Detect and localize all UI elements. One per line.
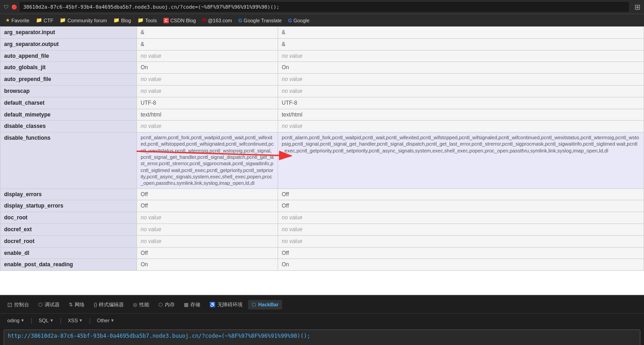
table-row: default_mimetypetext/htmltext/html: [0, 109, 644, 121]
table-local-value: Off: [137, 200, 278, 212]
sql-label: SQL: [39, 318, 49, 323]
url-input-container: http://38610d2a-87c6-45bf-93b4-0a4695dba…: [0, 327, 644, 345]
table-local-value: no value: [137, 212, 278, 224]
bookmark-label: Tools: [145, 18, 157, 23]
table-key: enable_dl: [0, 247, 137, 259]
devtool-debugger[interactable]: ⬡ 调试器: [35, 299, 63, 310]
table-row: display_errorsOffOff: [0, 188, 644, 200]
grid-icon[interactable]: ⊞: [634, 3, 640, 11]
table-row: docref_rootno valueno value: [0, 235, 644, 247]
storage-icon: ▦: [184, 302, 188, 308]
bookmark-tools[interactable]: 📁 Tools: [135, 16, 160, 25]
table-local-value: no value: [137, 50, 278, 62]
table-key: browscap: [0, 85, 137, 97]
table-master-value: On: [278, 62, 644, 74]
separator-2: |: [60, 317, 61, 324]
bookmarks-bar: ★ Favorite 📁 CTF 📁 Community forum 📁 Blo…: [0, 14, 644, 26]
devtool-console[interactable]: ⊡ 控制台: [4, 299, 33, 310]
csdn-icon: C: [163, 18, 169, 23]
other-dropdown-icon: ▼: [111, 318, 115, 323]
table-master-value: text/html: [278, 109, 644, 121]
favicon: 🔴: [11, 5, 17, 10]
table-local-value: Off: [137, 247, 278, 259]
table-local-value: On: [137, 62, 278, 74]
table-key: arg_separator.input: [0, 27, 137, 39]
bookmark-google[interactable]: G Google: [285, 16, 312, 25]
table-master-value: &: [278, 27, 644, 39]
bookmark-blog[interactable]: 📁 Blog: [111, 16, 134, 25]
table-master-value: pcntl_alarm,pcntl_fork,pcntl_waitpid,pcn…: [278, 132, 644, 188]
table-row: disable_classesno valueno value: [0, 121, 644, 132]
hackbar-other-btn[interactable]: Other ▼: [93, 316, 118, 325]
devtool-memory[interactable]: ⬡ 内存: [155, 299, 178, 310]
bookmark-label: Favorite: [11, 18, 30, 23]
address-text: 38610d2a-87c6-45bf-93b4-0a4695dba5b7.nod…: [23, 4, 279, 10]
table-key: docref_ext: [0, 223, 137, 235]
hackbar-coding-btn[interactable]: oding ▼: [4, 316, 28, 325]
bookmark-community[interactable]: 📁 Community forum: [57, 16, 110, 25]
phpinfo-table: arg_separator.input&&arg_separator.outpu…: [0, 26, 644, 271]
table-local-value: text/html: [137, 109, 278, 121]
table-wrapper: arg_separator.input&&arg_separator.outpu…: [0, 26, 644, 271]
bookmark-google-translate[interactable]: G Google Translate: [236, 16, 284, 25]
table-local-value: no value: [137, 121, 278, 132]
table-local-value: no value: [137, 223, 278, 235]
table-row: display_startup_errorsOffOff: [0, 200, 644, 212]
table-row: auto_prepend_fileno valueno value: [0, 74, 644, 86]
bookmark-label: Google Translate: [243, 18, 282, 23]
bookmark-163[interactable]: ✉ @163.com: [199, 16, 234, 25]
devtool-storage[interactable]: ▦ 存储: [180, 299, 204, 310]
devtool-accessibility[interactable]: ♿ 无障碍环境: [206, 299, 246, 310]
devtool-style-editor[interactable]: {} 样式编辑器: [90, 299, 127, 310]
bookmark-csdn[interactable]: C CSDN Blog: [161, 16, 199, 25]
accessibility-label: 无障碍环境: [218, 301, 243, 308]
table-local-value: pcntl_alarm,pcntl_fork,pcntl_waitpid,pcn…: [137, 132, 278, 188]
table-local-value: &: [137, 38, 278, 50]
bookmark-ctf[interactable]: 📁 CTF: [33, 16, 56, 25]
bookmark-label: Blog: [121, 18, 131, 23]
storage-label: 存储: [190, 301, 200, 308]
bookmark-label: CTF: [44, 18, 53, 23]
table-master-value: no value: [278, 74, 644, 86]
url-input-box[interactable]: http://38610d2a-87c6-45bf-93b4-0a4695dba…: [4, 330, 640, 345]
coding-dropdown-icon: ▼: [20, 318, 25, 323]
folder-icon: 📁: [113, 17, 120, 23]
table-row: doc_rootno valueno value: [0, 212, 644, 224]
table-local-value: UTF-8: [137, 97, 278, 109]
sql-dropdown-icon: ▼: [50, 318, 54, 323]
network-icon: ⇅: [69, 302, 73, 308]
table-local-value: Off: [137, 188, 278, 200]
table-key: auto_globals_jit: [0, 62, 137, 74]
network-label: 网络: [75, 301, 85, 308]
memory-icon: ⬡: [158, 302, 163, 308]
table-local-value: no value: [137, 74, 278, 86]
shield-icon: 🛡: [4, 4, 9, 10]
devtool-network[interactable]: ⇅ 网络: [65, 299, 88, 310]
table-key: auto_prepend_file: [0, 74, 137, 86]
hackbar-menu-bar: oding ▼ | SQL ▼ | XSS ▼ | Other ▼: [0, 313, 644, 327]
hackbar-sql-btn[interactable]: SQL ▼: [35, 316, 57, 325]
table-master-value: On: [278, 259, 644, 271]
devtool-hackbar[interactable]: ⬡ HackBar: [248, 300, 282, 309]
url-input-area: http://38610d2a-87c6-45bf-93b4-0a4695dba…: [0, 327, 644, 345]
table-row: browscapno valueno value: [0, 85, 644, 97]
table-row: auto_globals_jitOnOn: [0, 62, 644, 74]
table-key: default_mimetype: [0, 109, 137, 121]
xss-label: XSS: [68, 318, 78, 323]
google-icon: G: [288, 18, 292, 23]
table-key: disable_functions: [0, 132, 137, 188]
table-key: docref_root: [0, 235, 137, 247]
style-editor-icon: {}: [94, 302, 97, 307]
devtool-performance[interactable]: ◎ 性能: [129, 299, 153, 310]
address-input[interactable]: 38610d2a-87c6-45bf-93b4-0a4695dba5b7.nod…: [20, 2, 629, 12]
bookmark-favorite[interactable]: ★ Favorite: [3, 16, 32, 25]
xss-dropdown-icon: ▼: [79, 318, 83, 323]
folder-icon: 📁: [137, 17, 144, 23]
table-row: docref_extno valueno value: [0, 223, 644, 235]
hackbar-xss-btn[interactable]: XSS ▼: [64, 316, 86, 325]
table-key: display_errors: [0, 188, 137, 200]
bookmark-label: Community forum: [67, 18, 107, 23]
bookmark-label: CSDN Blog: [170, 18, 196, 23]
table-master-value: Off: [278, 188, 644, 200]
table-master-value: no value: [278, 50, 644, 62]
